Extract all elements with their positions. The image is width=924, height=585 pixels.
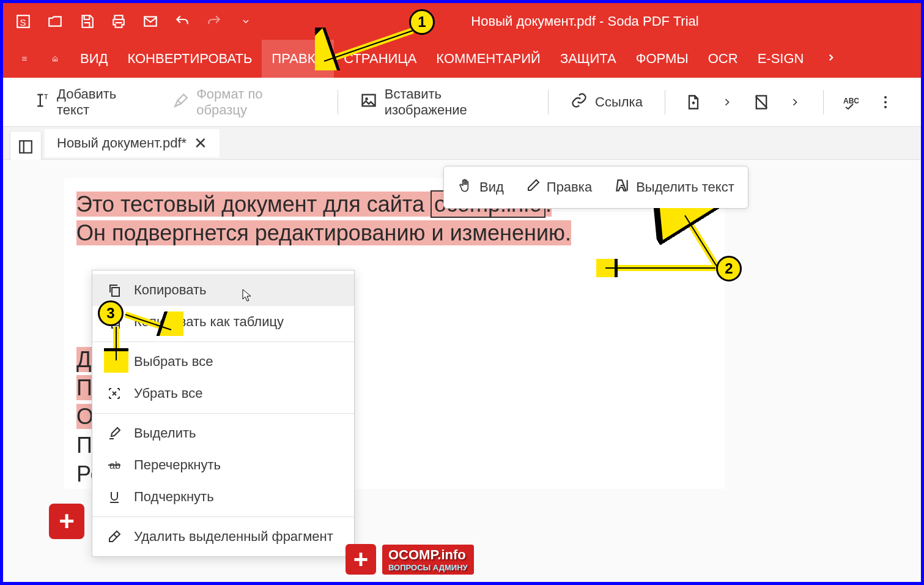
link-button[interactable]: Ссылка xyxy=(560,86,654,119)
add-page-icon[interactable] xyxy=(680,89,707,116)
edit-mode-button[interactable]: Правка xyxy=(515,172,603,203)
ctx-select-all[interactable]: A Выбрать все xyxy=(92,346,354,378)
chevron-right-icon[interactable] xyxy=(714,89,741,116)
edit-page-icon[interactable] xyxy=(748,89,775,116)
annotation-1: 1 xyxy=(409,9,435,35)
view-mode-label: Вид xyxy=(479,179,504,195)
ctx-separator xyxy=(92,413,354,414)
tab-forms[interactable]: ФОРМЫ xyxy=(626,40,698,78)
email-icon[interactable] xyxy=(141,12,160,31)
hand-icon xyxy=(457,177,473,197)
ctx-select-all-label: Выбрать все xyxy=(134,354,213,370)
select-text-label: Выделить текст xyxy=(636,179,734,195)
annotation-2: 2 xyxy=(716,256,742,281)
document-tabstrip: Новый документ.pdf* ✕ xyxy=(3,127,921,160)
panel-layout-icon[interactable] xyxy=(17,138,35,156)
tab-convert[interactable]: КОНВЕРТИРОВАТЬ xyxy=(117,40,262,78)
ctx-delete-label: Удалить выделенный фрагмент xyxy=(134,529,333,545)
strikethrough-icon: ab xyxy=(106,456,123,474)
link-label: Ссылка xyxy=(595,94,643,110)
svg-line-24 xyxy=(125,315,171,330)
ctx-underline[interactable]: Подчеркнуть xyxy=(92,481,354,513)
annotation-3: 3 xyxy=(98,300,124,326)
svg-point-9 xyxy=(884,101,887,103)
cursor-icon xyxy=(242,288,254,303)
insert-image-label: Вставить изображение xyxy=(385,86,526,118)
redo-icon[interactable] xyxy=(205,12,223,31)
close-tab-icon[interactable]: ✕ xyxy=(194,135,207,151)
toolbar-separator xyxy=(548,90,549,114)
deselect-all-icon xyxy=(106,385,123,402)
erase-icon xyxy=(106,528,123,545)
pencil-icon xyxy=(526,178,541,196)
svg-text:S: S xyxy=(20,17,26,28)
save-icon[interactable] xyxy=(78,12,96,31)
svg-line-18 xyxy=(324,31,413,61)
logo-plus-icon: + xyxy=(346,544,376,575)
ctx-underline-label: Подчеркнуть xyxy=(134,489,214,505)
annotation-arrow-3a xyxy=(122,311,183,336)
hamburger-menu-icon[interactable] xyxy=(9,50,40,67)
insert-image-button[interactable]: Вставить изображение xyxy=(349,80,537,124)
annotation-arrow-1 xyxy=(315,28,419,70)
dropdown-icon[interactable] xyxy=(237,12,255,31)
ctx-strikethrough-label: Перечеркнуть xyxy=(134,457,221,473)
format-painter-label: Формат по образцу xyxy=(196,86,316,118)
logo-text: OCOMP.info ВОПРОСЫ АДМИНУ xyxy=(382,545,474,575)
brush-icon xyxy=(173,92,189,112)
ctx-highlight-label: Выделить xyxy=(134,425,196,441)
ctx-copy[interactable]: Копировать xyxy=(92,274,354,306)
tab-comment[interactable]: КОММЕНТАРИЙ xyxy=(426,40,550,78)
content-area: Вид Правка Выделить текст Это тестовый д… xyxy=(3,160,921,582)
svg-text:T: T xyxy=(44,92,48,100)
text-select-icon xyxy=(614,177,630,197)
home-icon[interactable] xyxy=(40,50,70,67)
ocomp-watermark: + OCOMP.info ВОПРОСЫ АДМИНУ xyxy=(346,544,474,575)
toolbar-separator xyxy=(338,90,338,114)
annotation-arrow-2b xyxy=(596,259,725,277)
annotation-arrow-3b xyxy=(104,324,128,373)
undo-icon[interactable] xyxy=(173,12,191,31)
ribbon-tabs: ВИД КОНВЕРТИРОВАТЬ ПРАВКА СТРАНИЦА КОММЕ… xyxy=(3,40,921,78)
ctx-separator xyxy=(92,341,354,342)
titlebar: S Новый документ.pdf - Soda PDF Trial xyxy=(3,3,921,40)
document-tab[interactable]: Новый документ.pdf* ✕ xyxy=(45,129,220,157)
open-icon[interactable] xyxy=(46,12,64,31)
format-painter-button[interactable]: Формат по образцу xyxy=(162,80,327,124)
select-text-button[interactable]: Выделить текст xyxy=(603,171,745,203)
more-icon[interactable] xyxy=(872,89,899,116)
tab-esign[interactable]: E-SIGN xyxy=(748,40,814,78)
svg-point-8 xyxy=(884,96,887,99)
ctx-highlight[interactable]: Выделить xyxy=(92,417,354,449)
toolbar-separator xyxy=(665,90,665,114)
image-icon xyxy=(360,92,377,113)
spellcheck-icon[interactable]: ABC xyxy=(838,89,865,116)
text-line-1a: Это тестовый документ для сайта xyxy=(76,192,431,217)
svg-rect-13 xyxy=(112,288,119,296)
svg-point-5 xyxy=(365,97,368,100)
ctx-deselect-all[interactable]: Убрать все xyxy=(92,378,354,409)
chevron-right-icon[interactable] xyxy=(782,89,808,116)
app-logo-icon: S xyxy=(14,12,32,31)
tab-ocr[interactable]: OCR xyxy=(698,40,748,78)
document-tab-name: Новый документ.pdf* xyxy=(57,135,187,151)
view-mode-button[interactable]: Вид xyxy=(446,171,515,203)
add-text-label: Добавить текст xyxy=(57,86,151,118)
ctx-copy-label: Копировать xyxy=(134,282,206,298)
tab-view[interactable]: ВИД xyxy=(70,40,117,78)
tab-protect[interactable]: ЗАЩИТА xyxy=(550,40,626,78)
underline-icon xyxy=(106,488,123,505)
copy-icon xyxy=(106,281,123,299)
selection-toolbar: Вид Правка Выделить текст xyxy=(443,166,748,209)
ctx-strikethrough[interactable]: ab Перечеркнуть xyxy=(92,449,354,481)
ctx-deselect-all-label: Убрать все xyxy=(134,386,202,401)
print-icon[interactable] xyxy=(109,12,128,31)
add-text-button[interactable]: T Добавить текст xyxy=(21,80,162,124)
toolbar: T Добавить текст Формат по образцу Встав… xyxy=(3,78,921,127)
ctx-separator xyxy=(92,516,354,517)
tabs-more-icon[interactable] xyxy=(813,52,849,65)
svg-point-10 xyxy=(884,106,887,108)
ctx-delete-fragment[interactable]: Удалить выделенный фрагмент xyxy=(92,521,354,553)
plus-badge-icon: + xyxy=(49,504,84,539)
edit-mode-label: Правка xyxy=(547,179,592,195)
